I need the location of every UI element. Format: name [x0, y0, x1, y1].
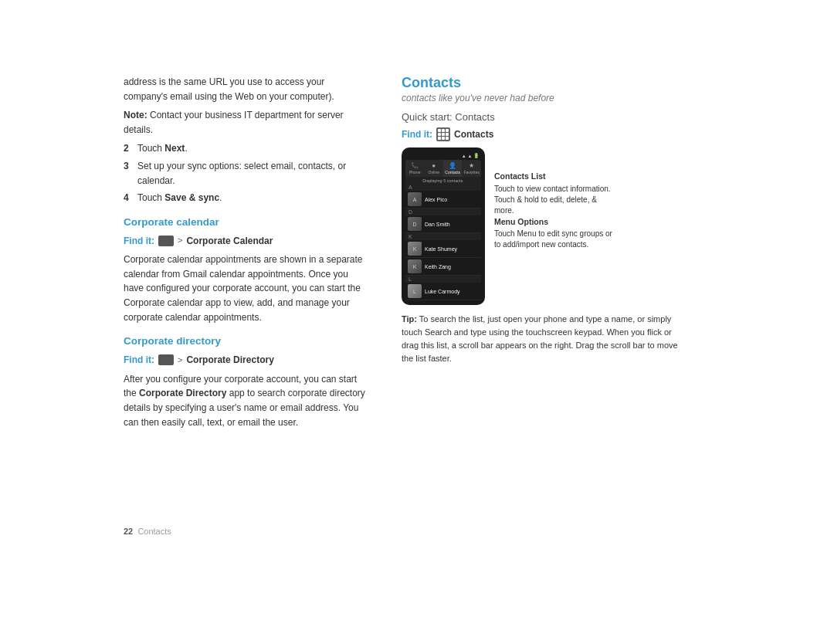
page-number: 22 [124, 527, 133, 536]
annotation-menu-options: Menu Options Touch Menu to edit sync gro… [494, 216, 618, 251]
step-2-num: 2 [124, 141, 133, 156]
avatar-kate: K [408, 242, 422, 256]
annotation-menu-options-body: Touch Menu to edit sync groups or to add… [494, 229, 618, 250]
phone-tab-contacts-label: Contacts [445, 170, 460, 175]
contacts-find-it: Find it: Contacts [402, 127, 680, 141]
phone-tab-favorites-label: Favorites [463, 170, 480, 175]
corp-calendar-heading: Corporate calendar [124, 215, 371, 231]
phone-letter-l: L [405, 276, 481, 283]
phone-displaying-label: Displaying 5 contacts. [405, 177, 481, 184]
contacts-subtitle: contacts like you've never had before [402, 93, 680, 103]
step-4-num: 4 [124, 191, 133, 205]
find-it-box-1 [158, 236, 174, 246]
phone-contact-list: A A Alex Pico D D Dan Smith K [405, 184, 481, 300]
avatar-keith: K [408, 259, 422, 273]
contact-name-luke: Luke Carmody [425, 289, 460, 294]
phone-tabs: 📞 Phone ● Online 👤 Contacts ★ [405, 160, 481, 177]
corp-directory-heading: Corporate directory [124, 334, 371, 350]
phone-letter-d: D [405, 208, 481, 215]
phone-contact-keith[interactable]: K Keith Zang [405, 258, 481, 276]
annotation-menu-options-title: Menu Options [494, 216, 618, 228]
phone-tab-phone: 📞 Phone [405, 160, 424, 177]
tip-section: Tip: To search the list, just open your … [402, 313, 680, 365]
find-it-label-right: Find it: [402, 129, 432, 140]
avatar-luke: L [408, 284, 422, 298]
step-4: 4 Touch Save & sync. [124, 191, 371, 205]
phone-letter-k: K [405, 233, 481, 240]
corp-directory-dest: Corporate Directory [186, 353, 273, 368]
phone-tab-phone-icon: 📞 [411, 162, 419, 169]
note-text: Contact your business IT department for … [124, 110, 344, 135]
annotation-contacts-list: Contacts List Touch to view contact info… [494, 171, 618, 216]
phone-tab-favorites-icon: ★ [469, 162, 474, 169]
phone-letter-a: A [405, 184, 481, 191]
corp-directory-body: After you configure your corporate accou… [124, 372, 371, 429]
step-3: 3 Set up your sync options: select email… [124, 159, 371, 188]
contacts-title: Contacts [402, 75, 680, 91]
corp-calendar-find-it: Find it: > Corporate Calendar [124, 234, 371, 249]
contacts-grid-icon [436, 127, 450, 141]
numbered-steps: 2 Touch Next. 3 Set up your sync options… [124, 141, 371, 205]
phone-contact-kate[interactable]: K Kate Shumey [405, 240, 481, 258]
quick-start-heading: Quick start: Contacts [402, 111, 680, 123]
tip-body: To search the list, just open your phone… [402, 314, 678, 363]
contact-name-keith: Keith Zang [425, 264, 451, 269]
corp-directory-find-it: Find it: > Corporate Directory [124, 353, 371, 368]
step-2-text: Touch Next. [137, 141, 188, 156]
step-2: 2 Touch Next. [124, 141, 371, 156]
step-4-text: Touch Save & sync. [137, 191, 222, 205]
phone-contact-alex[interactable]: A Alex Pico [405, 191, 481, 208]
contact-name-dan: Dan Smith [425, 222, 450, 227]
corp-calendar-body: Corporate calendar appointments are show… [124, 253, 371, 324]
corp-dir-bold: Corporate Directory [139, 388, 226, 398]
find-it-arrow-1: > [178, 234, 182, 247]
find-it-label-2: Find it: [124, 353, 154, 368]
page: address is the same URL you use to acces… [0, 0, 834, 644]
phone-status-bar: ▲ ▲ 🔋 [405, 152, 481, 160]
left-column: address is the same URL you use to acces… [124, 75, 371, 538]
phone-tab-contacts-icon: 👤 [449, 162, 456, 169]
note-paragraph: Note: Contact your business IT departmen… [124, 108, 371, 137]
phone-tab-online: ● Online [424, 160, 442, 177]
phone-tab-phone-label: Phone [409, 170, 420, 175]
content-area: address is the same URL you use to acces… [124, 75, 710, 538]
find-it-label-1: Find it: [124, 234, 154, 249]
corp-calendar-dest: Corporate Calendar [186, 234, 273, 249]
phone-section: ▲ ▲ 🔋 📞 Phone ● Online 👤 [402, 147, 680, 305]
contact-name-kate: Kate Shumey [425, 246, 457, 252]
avatar-alex: A [408, 192, 422, 206]
intro-text: address is the same URL you use to acces… [124, 75, 371, 103]
avatar-dan: D [408, 217, 422, 231]
tip-label: Tip: [402, 314, 417, 324]
annotation-contacts-list-body: Touch to view contact information. Touch… [494, 184, 618, 216]
step-3-text: Set up your sync options: select email, … [137, 159, 371, 188]
right-column: Contacts contacts like you've never had … [402, 75, 680, 538]
phone-annotations: Contacts List Touch to view contact info… [494, 147, 618, 248]
find-it-contacts-label: Contacts [454, 129, 493, 140]
phone-contact-luke[interactable]: L Luke Carmody [405, 283, 481, 300]
find-it-box-2 [158, 354, 174, 365]
phone-contact-dan[interactable]: D Dan Smith [405, 215, 481, 233]
page-footer: 22 Contacts [124, 525, 171, 538]
find-it-arrow-2: > [178, 354, 182, 367]
contact-name-alex: Alex Pico [425, 197, 447, 202]
note-label: Note: [124, 110, 147, 120]
phone-tab-online-icon: ● [432, 162, 436, 169]
phone-mockup: ▲ ▲ 🔋 📞 Phone ● Online 👤 [402, 147, 485, 305]
phone-tab-favorites: ★ Favorites [462, 160, 481, 177]
page-section-label: Contacts [137, 527, 171, 536]
phone-tab-contacts[interactable]: 👤 Contacts [443, 160, 462, 177]
annotation-contacts-list-title: Contacts List [494, 171, 618, 182]
step-3-num: 3 [124, 159, 133, 188]
phone-tab-online-label: Online [429, 170, 439, 175]
